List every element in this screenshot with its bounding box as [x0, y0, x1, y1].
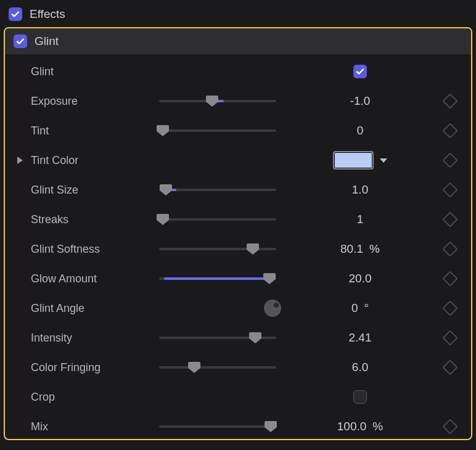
param-value-text[interactable]: -1.0 — [350, 94, 371, 108]
slider-thumb-icon[interactable] — [157, 214, 169, 225]
keyframe-cell — [438, 243, 462, 255]
effects-section-title: Effects — [30, 7, 65, 21]
param-control — [159, 331, 282, 345]
param-row-glow_amount: Glow Amount20.0 — [5, 264, 471, 293]
tint-slider[interactable] — [159, 124, 276, 137]
param-value: 6.0 — [287, 361, 433, 374]
slider-track — [159, 218, 276, 221]
slider-thumb-icon[interactable] — [263, 273, 276, 284]
chevron-down-icon[interactable] — [380, 158, 387, 163]
param-value: 1 — [287, 213, 433, 226]
keyframe-diamond-icon[interactable] — [442, 359, 458, 375]
param-label: Glint Size — [31, 184, 154, 197]
param-control — [159, 183, 282, 197]
param-control — [159, 213, 282, 226]
keyframe-diamond-icon[interactable] — [442, 300, 458, 316]
param-label: Crop — [31, 391, 154, 404]
param-value: 0 — [287, 124, 433, 137]
param-value-text[interactable]: 2.41 — [349, 331, 372, 345]
effects-panel: Effects Glint GlintExposure-1.0Tint0Tint… — [0, 0, 476, 450]
keyframe-diamond-icon[interactable] — [442, 419, 458, 434]
param-row-crop: Crop — [5, 382, 471, 412]
slider-thumb-icon[interactable] — [157, 125, 169, 136]
glint_size-slider[interactable] — [159, 183, 276, 197]
param-control — [159, 124, 282, 137]
param-label: Tint Color — [31, 154, 154, 167]
effect-enable-checkbox[interactable] — [14, 35, 27, 48]
slider-track — [159, 366, 276, 369]
slider-thumb-icon[interactable] — [206, 96, 218, 107]
param-control — [159, 242, 282, 256]
tint_color-swatch[interactable] — [333, 151, 374, 170]
intensity-slider[interactable] — [159, 331, 276, 345]
param-row-streaks: Streaks1 — [5, 205, 471, 234]
param-value: -1.0 — [287, 94, 433, 108]
param-row-color_fringing: Color Fringing6.0 — [5, 353, 471, 382]
selected-effect-highlight: Glint GlintExposure-1.0Tint0Tint ColorGl… — [4, 27, 472, 440]
param-value-text[interactable]: 1 — [357, 213, 364, 226]
keyframe-cell — [438, 421, 462, 432]
keyframe-diamond-icon[interactable] — [442, 152, 458, 168]
keyframe-diamond-icon[interactable] — [442, 182, 458, 197]
param-label: Tint — [31, 125, 154, 137]
param-value-text[interactable]: 0 — [351, 301, 358, 315]
param-row-glint_toggle: Glint — [5, 57, 471, 86]
param-control — [159, 94, 282, 108]
keyframe-diamond-icon[interactable] — [442, 123, 458, 138]
mix-slider[interactable] — [159, 420, 276, 433]
glint_toggle-checkbox[interactable] — [353, 65, 367, 78]
param-value: 80.1% — [287, 242, 433, 256]
color_fringing-slider[interactable] — [159, 361, 276, 374]
param-control — [159, 300, 282, 317]
param-value: 100.0% — [287, 420, 433, 433]
param-label: Exposure — [31, 95, 154, 108]
param-row-exposure: Exposure-1.0 — [5, 86, 471, 116]
keyframe-diamond-icon[interactable] — [442, 330, 458, 345]
effect-title: Glint — [35, 35, 59, 48]
glint_angle-dial[interactable] — [264, 300, 281, 317]
param-value-text[interactable]: 100.0 — [337, 420, 367, 433]
param-control — [159, 272, 282, 285]
exposure-slider[interactable] — [159, 94, 276, 108]
param-value-text[interactable]: 20.0 — [349, 272, 372, 285]
effects-enable-checkbox[interactable] — [9, 7, 22, 21]
crop-checkbox[interactable] — [353, 390, 367, 404]
keyframe-cell — [438, 273, 462, 284]
parameter-list: GlintExposure-1.0Tint0Tint ColorGlint Si… — [5, 54, 471, 440]
effect-header[interactable]: Glint — [5, 28, 471, 54]
param-value-text[interactable]: 0 — [357, 124, 364, 137]
disclosure-cell — [14, 157, 26, 164]
param-unit: % — [369, 242, 380, 256]
slider-thumb-icon[interactable] — [247, 243, 259, 255]
keyframe-cell — [438, 303, 462, 314]
keyframe-diamond-icon[interactable] — [442, 93, 458, 108]
param-unit: % — [372, 420, 383, 433]
slider-thumb-icon[interactable] — [249, 332, 261, 343]
keyframe-diamond-icon[interactable] — [442, 211, 458, 227]
keyframe-cell — [438, 96, 462, 107]
check-icon — [15, 36, 25, 46]
slider-thumb-icon[interactable] — [265, 421, 277, 432]
keyframe-cell — [438, 125, 462, 136]
param-row-glint_angle: Glint Angle0° — [5, 293, 471, 323]
param-row-intensity: Intensity2.41 — [5, 323, 471, 353]
param-value-text[interactable]: 80.1 — [340, 242, 363, 256]
slider-thumb-icon[interactable] — [160, 184, 172, 195]
param-value-text[interactable]: 1.0 — [352, 183, 368, 197]
keyframe-diamond-icon[interactable] — [442, 241, 458, 256]
param-row-glint_size: Glint Size1.0 — [5, 175, 471, 205]
param-value — [287, 65, 433, 78]
slider-track — [159, 189, 276, 191]
disclosure-triangle-icon[interactable] — [17, 157, 23, 164]
param-value-text[interactable]: 6.0 — [352, 361, 368, 374]
param-control — [159, 420, 282, 433]
slider-thumb-icon[interactable] — [188, 362, 200, 373]
glint_softness-slider[interactable] — [159, 242, 276, 256]
keyframe-cell — [438, 332, 462, 343]
param-label: Glow Amount — [31, 272, 154, 285]
check-icon — [10, 9, 20, 19]
param-label: Glint — [31, 65, 154, 78]
glow_amount-slider[interactable] — [159, 272, 276, 285]
streaks-slider[interactable] — [159, 213, 276, 226]
keyframe-diamond-icon[interactable] — [442, 271, 458, 286]
